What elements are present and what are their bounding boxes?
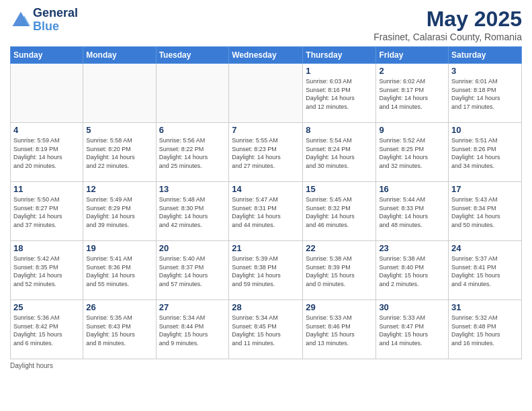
day-number: 1: [306, 66, 373, 76]
day-number: 24: [451, 243, 519, 253]
calendar-cell: 27Sunrise: 5:34 AM Sunset: 8:44 PM Dayli…: [156, 300, 229, 359]
calendar-cell: [229, 64, 303, 123]
calendar-cell: 26Sunrise: 5:35 AM Sunset: 8:43 PM Dayli…: [83, 300, 156, 359]
calendar-cell: 11Sunrise: 5:50 AM Sunset: 8:27 PM Dayli…: [11, 182, 83, 241]
day-number: 19: [86, 243, 152, 253]
calendar-cell: 8Sunrise: 5:54 AM Sunset: 8:24 PM Daylig…: [303, 123, 376, 182]
day-header-monday: Monday: [83, 47, 156, 64]
day-number: 28: [232, 302, 300, 312]
calendar-cell: 10Sunrise: 5:51 AM Sunset: 8:26 PM Dayli…: [449, 123, 522, 182]
logo-icon: [10, 9, 32, 31]
calendar-cell: 9Sunrise: 5:52 AM Sunset: 8:25 PM Daylig…: [376, 123, 449, 182]
day-info: Sunrise: 5:32 AM Sunset: 8:48 PM Dayligh…: [451, 314, 519, 347]
calendar-week-4: 18Sunrise: 5:42 AM Sunset: 8:35 PM Dayli…: [11, 241, 522, 300]
day-number: 11: [13, 184, 80, 194]
calendar-cell: [11, 64, 83, 123]
day-info: Sunrise: 5:45 AM Sunset: 8:32 PM Dayligh…: [306, 195, 373, 229]
day-info: Sunrise: 5:47 AM Sunset: 8:31 PM Dayligh…: [232, 195, 300, 229]
calendar-cell: 30Sunrise: 5:33 AM Sunset: 8:47 PM Dayli…: [376, 300, 449, 359]
day-number: 26: [86, 302, 152, 312]
calendar-cell: 21Sunrise: 5:39 AM Sunset: 8:38 PM Dayli…: [229, 241, 303, 300]
day-info: Sunrise: 5:55 AM Sunset: 8:23 PM Dayligh…: [232, 136, 300, 170]
day-info: Sunrise: 6:01 AM Sunset: 8:18 PM Dayligh…: [451, 77, 519, 111]
calendar-week-1: 1Sunrise: 6:03 AM Sunset: 8:16 PM Daylig…: [11, 64, 522, 123]
day-number: 25: [13, 302, 80, 312]
calendar-cell: 22Sunrise: 5:38 AM Sunset: 8:39 PM Dayli…: [303, 241, 376, 300]
footer-note: Daylight hours: [10, 362, 522, 369]
day-header-sunday: Sunday: [11, 47, 83, 64]
day-number: 9: [379, 125, 445, 135]
calendar-cell: 7Sunrise: 5:55 AM Sunset: 8:23 PM Daylig…: [229, 123, 303, 182]
day-number: 22: [306, 243, 373, 253]
day-number: 20: [159, 243, 226, 253]
day-number: 3: [451, 66, 519, 76]
calendar-cell: 18Sunrise: 5:42 AM Sunset: 8:35 PM Dayli…: [11, 241, 83, 300]
day-number: 8: [306, 125, 373, 135]
calendar-cell: 14Sunrise: 5:47 AM Sunset: 8:31 PM Dayli…: [229, 182, 303, 241]
day-number: 15: [306, 184, 373, 194]
header: General Blue May 2025 Frasinet, Calarasi…: [10, 7, 522, 42]
day-header-tuesday: Tuesday: [156, 47, 229, 64]
day-info: Sunrise: 5:50 AM Sunset: 8:27 PM Dayligh…: [13, 195, 80, 229]
day-info: Sunrise: 5:54 AM Sunset: 8:24 PM Dayligh…: [306, 136, 373, 170]
month-title: May 2025: [373, 7, 522, 32]
day-info: Sunrise: 5:39 AM Sunset: 8:38 PM Dayligh…: [232, 255, 300, 288]
calendar-cell: 5Sunrise: 5:58 AM Sunset: 8:20 PM Daylig…: [83, 123, 156, 182]
day-number: 10: [451, 125, 519, 135]
calendar-header-row: SundayMondayTuesdayWednesdayThursdayFrid…: [11, 47, 522, 64]
day-info: Sunrise: 5:33 AM Sunset: 8:46 PM Dayligh…: [306, 314, 373, 347]
day-number: 27: [159, 302, 226, 312]
calendar-cell: 29Sunrise: 5:33 AM Sunset: 8:46 PM Dayli…: [303, 300, 376, 359]
day-info: Sunrise: 5:37 AM Sunset: 8:41 PM Dayligh…: [451, 255, 519, 288]
day-header-saturday: Saturday: [449, 47, 522, 64]
day-header-thursday: Thursday: [303, 47, 376, 64]
calendar-cell: 17Sunrise: 5:43 AM Sunset: 8:34 PM Dayli…: [449, 182, 522, 241]
logo-text: General Blue: [33, 7, 78, 34]
location: Frasinet, Calarasi County, Romania: [373, 32, 522, 42]
calendar-cell: 25Sunrise: 5:36 AM Sunset: 8:42 PM Dayli…: [11, 300, 83, 359]
day-info: Sunrise: 5:51 AM Sunset: 8:26 PM Dayligh…: [451, 136, 519, 170]
day-info: Sunrise: 5:41 AM Sunset: 8:36 PM Dayligh…: [86, 255, 152, 288]
day-info: Sunrise: 5:59 AM Sunset: 8:19 PM Dayligh…: [13, 136, 80, 170]
logo: General Blue: [10, 7, 78, 34]
day-number: 5: [86, 125, 152, 135]
day-number: 4: [13, 125, 80, 135]
day-info: Sunrise: 5:52 AM Sunset: 8:25 PM Dayligh…: [379, 136, 445, 170]
calendar-cell: 31Sunrise: 5:32 AM Sunset: 8:48 PM Dayli…: [449, 300, 522, 359]
day-header-wednesday: Wednesday: [229, 47, 303, 64]
day-number: 30: [379, 302, 445, 312]
day-number: 7: [232, 125, 300, 135]
day-number: 23: [379, 243, 445, 253]
day-info: Sunrise: 5:38 AM Sunset: 8:39 PM Dayligh…: [306, 255, 373, 288]
day-number: 12: [86, 184, 152, 194]
calendar-cell: 19Sunrise: 5:41 AM Sunset: 8:36 PM Dayli…: [83, 241, 156, 300]
calendar-cell: 6Sunrise: 5:56 AM Sunset: 8:22 PM Daylig…: [156, 123, 229, 182]
calendar-cell: 24Sunrise: 5:37 AM Sunset: 8:41 PM Dayli…: [449, 241, 522, 300]
calendar-cell: [83, 64, 156, 123]
day-info: Sunrise: 5:58 AM Sunset: 8:20 PM Dayligh…: [86, 136, 152, 170]
day-info: Sunrise: 5:48 AM Sunset: 8:30 PM Dayligh…: [159, 195, 226, 229]
day-info: Sunrise: 5:49 AM Sunset: 8:29 PM Dayligh…: [86, 195, 152, 229]
day-number: 29: [306, 302, 373, 312]
calendar-cell: 28Sunrise: 5:34 AM Sunset: 8:45 PM Dayli…: [229, 300, 303, 359]
calendar-cell: 4Sunrise: 5:59 AM Sunset: 8:19 PM Daylig…: [11, 123, 83, 182]
calendar-cell: 12Sunrise: 5:49 AM Sunset: 8:29 PM Dayli…: [83, 182, 156, 241]
day-number: 21: [232, 243, 300, 253]
title-area: May 2025 Frasinet, Calarasi County, Roma…: [373, 7, 522, 42]
page: General Blue May 2025 Frasinet, Calarasi…: [0, 0, 532, 411]
calendar-week-5: 25Sunrise: 5:36 AM Sunset: 8:42 PM Dayli…: [11, 300, 522, 359]
day-info: Sunrise: 5:40 AM Sunset: 8:37 PM Dayligh…: [159, 255, 226, 288]
day-number: 14: [232, 184, 300, 194]
day-info: Sunrise: 5:34 AM Sunset: 8:45 PM Dayligh…: [232, 314, 300, 347]
day-info: Sunrise: 5:36 AM Sunset: 8:42 PM Dayligh…: [13, 314, 80, 347]
calendar-week-3: 11Sunrise: 5:50 AM Sunset: 8:27 PM Dayli…: [11, 182, 522, 241]
day-number: 16: [379, 184, 445, 194]
day-info: Sunrise: 5:42 AM Sunset: 8:35 PM Dayligh…: [13, 255, 80, 288]
calendar-cell: 1Sunrise: 6:03 AM Sunset: 8:16 PM Daylig…: [303, 64, 376, 123]
day-info: Sunrise: 6:03 AM Sunset: 8:16 PM Dayligh…: [306, 77, 373, 111]
day-header-friday: Friday: [376, 47, 449, 64]
calendar-cell: 16Sunrise: 5:44 AM Sunset: 8:33 PM Dayli…: [376, 182, 449, 241]
day-number: 17: [451, 184, 519, 194]
day-number: 13: [159, 184, 226, 194]
day-info: Sunrise: 6:02 AM Sunset: 8:17 PM Dayligh…: [379, 77, 445, 111]
